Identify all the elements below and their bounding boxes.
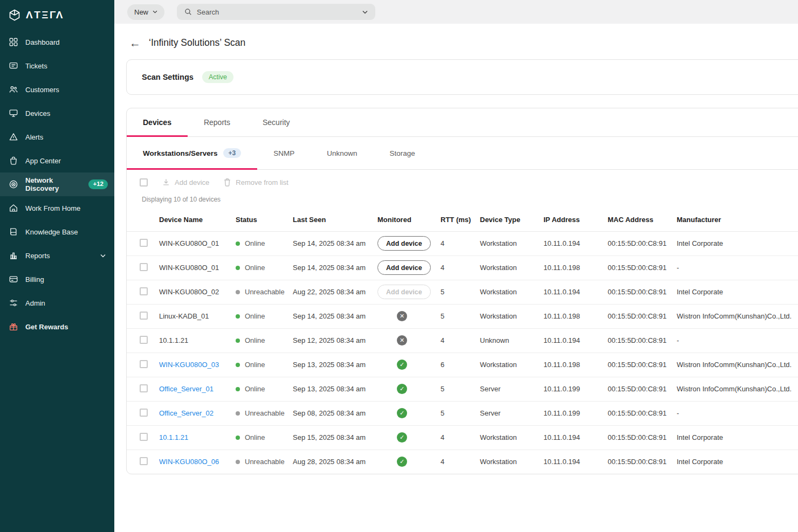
row-checkbox[interactable] xyxy=(140,457,148,465)
sidebar-item-devices[interactable]: Devices xyxy=(0,101,114,125)
manufacturer-cell: - xyxy=(677,255,798,280)
monitored-check-icon: ✓ xyxy=(397,384,407,394)
device-name-link[interactable]: 10.1.1.21 xyxy=(159,433,188,441)
sidebar-item-app-center[interactable]: App Center xyxy=(0,149,114,172)
ip-address-cell: 10.11.0.194 xyxy=(544,425,608,450)
row-checkbox[interactable] xyxy=(140,287,148,295)
device-name-link[interactable]: Office_Server_01 xyxy=(159,385,214,393)
monitored-cell: Add device xyxy=(377,280,441,304)
row-checkbox[interactable] xyxy=(140,384,148,392)
row-checkbox-cell xyxy=(127,304,159,328)
tab-devices[interactable]: Devices xyxy=(127,108,188,136)
sidebar-item-work-from-home[interactable]: Work From Home xyxy=(0,196,114,220)
row-checkbox[interactable] xyxy=(140,312,148,320)
status-dot xyxy=(236,411,240,416)
chevron-down-icon xyxy=(153,10,157,13)
sidebar-item-reports[interactable]: Reports xyxy=(0,244,114,267)
monitored-cell: ✓ xyxy=(377,377,441,401)
row-checkbox[interactable] xyxy=(140,239,148,247)
subtab-snmp[interactable]: SNMP xyxy=(257,137,311,169)
manufacturer-cell: Wistron InfoComm(Kunshan)Co.,Ltd. xyxy=(677,304,798,328)
device-type-cell: Workstation xyxy=(480,255,544,280)
status-label: Online xyxy=(245,264,265,272)
rtt-cell: 5 xyxy=(441,401,480,425)
device-name-cell: Office_Server_01 xyxy=(159,377,236,401)
search-bar[interactable] xyxy=(177,4,375,20)
sidebar-item-alerts[interactable]: Alerts xyxy=(0,125,114,149)
not-monitored-cross-icon: ✕ xyxy=(397,335,407,346)
new-button[interactable]: New xyxy=(127,4,164,20)
tab-reports[interactable]: Reports xyxy=(188,108,246,136)
rtt-cell: 5 xyxy=(441,377,480,401)
col-rtt: RTT (ms) xyxy=(441,209,480,231)
subtab-workstations-servers[interactable]: Workstations/Servers +3 xyxy=(127,137,257,169)
status-label: Online xyxy=(245,312,265,320)
alerts-icon xyxy=(9,132,18,142)
sidebar-item-knowledge-base[interactable]: Knowledge Base xyxy=(0,220,114,244)
monitored-check-icon: ✓ xyxy=(397,408,407,418)
monitored-check-icon: ✓ xyxy=(397,457,407,467)
row-checkbox[interactable] xyxy=(140,336,148,344)
device-type-cell: Workstation xyxy=(480,304,544,328)
add-device-button[interactable]: Add device xyxy=(377,236,431,251)
sidebar-item-get-rewards[interactable]: Get Rewards xyxy=(0,315,114,338)
subtab-storage[interactable]: Storage xyxy=(374,137,431,169)
main-area: New ← ‘Infinity Solutions’ Scan Scan Set… xyxy=(114,0,798,532)
not-monitored-cross-icon: ✕ xyxy=(397,311,407,321)
last-seen-cell: Sep 14, 2025 08:34 am xyxy=(293,255,377,280)
device-name-cell: WIN-KGU080O_02 xyxy=(159,280,236,304)
sidebar-item-network-discovery[interactable]: Network Discovery +12 xyxy=(0,172,114,196)
sidebar-item-customers[interactable]: Customers xyxy=(0,78,114,101)
status-label: Online xyxy=(245,239,265,247)
status-label: Online xyxy=(245,385,265,393)
last-seen-cell: Sep 13, 2025 08:34 am xyxy=(293,353,377,377)
subtab-unknown[interactable]: Unknown xyxy=(311,137,373,169)
manufacturer-cell: - xyxy=(677,328,798,353)
topbar: New xyxy=(114,0,798,24)
mac-address-cell: 00:15:5D:00:C8:91 xyxy=(608,304,677,328)
device-name-link[interactable]: WIN-KGU080O_03 xyxy=(159,361,219,369)
row-checkbox[interactable] xyxy=(140,433,148,441)
sidebar-item-tickets[interactable]: Tickets xyxy=(0,54,114,78)
device-name: WIN-KGU080O_01 xyxy=(159,239,219,247)
table-row: Office_Server_02UnreachableSep 08, 2025 … xyxy=(127,401,798,425)
device-name-link[interactable]: WIN-KGU080O_06 xyxy=(159,458,219,466)
home-icon xyxy=(9,203,18,213)
last-seen-cell: Aug 22, 2025 08:34 am xyxy=(293,280,377,304)
devices-icon xyxy=(9,108,18,118)
device-type-cell: Workstation xyxy=(480,231,544,255)
atera-logo[interactable]: ΛTΞΓΛ xyxy=(0,0,114,30)
add-device-button[interactable]: Add device xyxy=(377,260,431,275)
table-row: WIN-KGU080O_02UnreachableAug 22, 2025 08… xyxy=(127,280,798,304)
row-checkbox[interactable] xyxy=(140,360,148,368)
row-checkbox[interactable] xyxy=(140,409,148,417)
monitored-check-icon: ✓ xyxy=(397,432,407,443)
row-checkbox[interactable] xyxy=(140,263,148,271)
reports-icon xyxy=(9,251,18,260)
status-cell: Online xyxy=(236,328,293,353)
page-header: ← ‘Infinity Solutions’ Scan xyxy=(126,33,798,52)
status-cell: Online xyxy=(236,255,293,280)
status-label: Unreachable xyxy=(245,288,285,296)
sidebar-item-billing[interactable]: Billing xyxy=(0,267,114,291)
status-dot xyxy=(236,338,240,343)
sidebar-item-admin[interactable]: Admin xyxy=(0,291,114,315)
search-input[interactable] xyxy=(197,8,357,16)
manufacturer-cell: Wistron InfoComm(Kunshan)Co.,Ltd. xyxy=(677,353,798,377)
tab-security[interactable]: Security xyxy=(246,108,306,136)
dashboard-icon xyxy=(9,37,18,47)
monitored-cell: ✕ xyxy=(377,328,441,353)
status-label: Online xyxy=(245,433,265,441)
mac-address-cell: 00:15:5D:00:C8:91 xyxy=(608,328,677,353)
col-ip-address: IP Address xyxy=(544,209,608,231)
page-title: ‘Infinity Solutions’ Scan xyxy=(149,37,245,49)
last-seen-cell: Sep 14, 2025 08:34 am xyxy=(293,231,377,255)
status-label: Unreachable xyxy=(245,409,285,417)
sidebar-item-dashboard[interactable]: Dashboard xyxy=(0,30,114,54)
manufacturer-cell: Intel Corporate xyxy=(677,280,798,304)
back-button[interactable]: ← xyxy=(129,37,141,49)
last-seen-cell: Sep 12, 2025 08:34 am xyxy=(293,328,377,353)
mac-address-cell: 00:15:5D:00:C8:91 xyxy=(608,377,677,401)
device-name-link[interactable]: Office_Server_02 xyxy=(159,409,214,417)
select-all-checkbox[interactable] xyxy=(140,178,148,186)
